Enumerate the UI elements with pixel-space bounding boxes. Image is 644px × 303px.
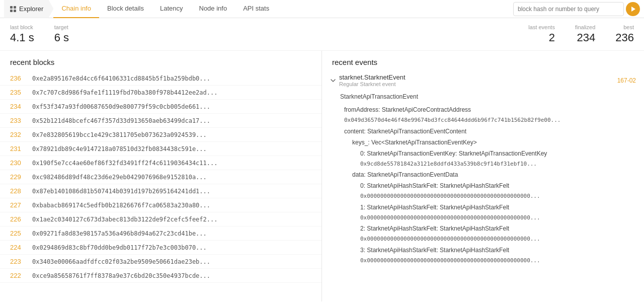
block-row[interactable]: 224 0x0294869d83c8bf70dd0be9db0117f72b7e…	[0, 241, 321, 255]
block-number: 233	[10, 117, 26, 124]
data-1-section: 1: StarknetApiHashStarkFelt: StarknetApi…	[352, 202, 640, 223]
tab-node-info[interactable]: Node info	[191, 0, 235, 18]
block-number: 228	[10, 187, 26, 195]
nav-tabs: Chain info Block details Latency Node in…	[53, 0, 277, 18]
data-2-section: 2: StarknetApiHashStarkFelt: StarknetApi…	[352, 223, 640, 245]
from-address-value: 0x049d36570d4e46f48e99674bd3fcc84644ddd6…	[344, 115, 640, 126]
block-number: 229	[10, 173, 26, 181]
data-0-label: 0: StarknetApiHashStarkFelt: StarknetApi…	[360, 180, 640, 191]
data-1-value: 0x00000000000000000000000000000000000000…	[360, 213, 640, 223]
from-address-label: fromAddress: StarknetApiCoreContractAddr…	[344, 104, 640, 115]
block-hash: 0x87eb1401086d81b507414b0391d197b2695164…	[32, 188, 210, 195]
search-input[interactable]	[513, 2, 624, 16]
target-label: target	[54, 24, 69, 30]
data-2-value: 0x00000000000000000000000000000000000000…	[360, 234, 640, 245]
data-section: data: StarknetApiTransactionEventData 0:…	[336, 169, 640, 266]
block-row[interactable]: 235 0x7c707c8d986f9afe1f1119fbd70ba380f9…	[0, 86, 321, 100]
search-area	[513, 2, 640, 16]
key-0-value: 0x9cd8de55781842a3121e8ddfd433a539b8c9f1…	[360, 159, 640, 170]
block-hash: 0xe2a895167e8d4cc6f64106331cd8845b5f1ba2…	[32, 75, 210, 82]
finalized-label: finalized	[575, 24, 595, 30]
block-hash: 0x09271fa8d83e98157a536a496b8d94a627c23c…	[32, 230, 207, 237]
last-block-value: 4.1 s	[10, 31, 34, 44]
block-number: 222	[10, 272, 26, 279]
recent-events-title: recent events	[322, 58, 644, 71]
block-row[interactable]: 231 0x78921db89c4e9147218a078510d32fb083…	[0, 142, 321, 156]
event-subtitle: Regular Starknet event	[339, 81, 614, 87]
event-header: starknet.StarknetEvent Regular Starknet …	[326, 71, 640, 89]
data-3-value: 0x00000000000000000000000000000000000000…	[360, 256, 640, 266]
block-number: 236	[10, 74, 26, 82]
finalized-stat: finalized 234	[575, 24, 595, 44]
right-panel: recent events starknet.StarknetEvent Reg…	[322, 51, 644, 301]
block-hash: 0x78921db89c4e9147218a078510d32fb0834438…	[32, 145, 207, 153]
block-row[interactable]: 236 0xe2a895167e8d4cc6f64106331cd8845b5f…	[0, 71, 321, 86]
block-row[interactable]: 223 0x3403e00066aadfdfcc02f03a2be9509e50…	[0, 255, 321, 269]
stats-right: last events 2 finalized 234 best 236	[528, 24, 634, 44]
block-number: 232	[10, 131, 26, 138]
block-number: 234	[10, 103, 26, 110]
finalized-value: 234	[577, 31, 596, 44]
block-row[interactable]: 226 0x1ae2c0340127c673d3abec813db3122de9…	[0, 212, 321, 226]
block-row[interactable]: 229 0xc982486d89df48c23d6e29eb0429076968…	[0, 170, 321, 184]
event-name: starknet.StarknetEvent	[339, 73, 614, 81]
keys-label: keys_: Vec<StarknetApiTransactionEventKe…	[352, 137, 640, 148]
tab-chain-info[interactable]: Chain info	[53, 0, 99, 18]
tab-api-stats[interactable]: API stats	[235, 0, 277, 18]
block-row[interactable]: 225 0x09271fa8d83e98157a536a496b8d94a627…	[0, 226, 321, 241]
block-hash: 0x7c707c8d986f9afe1f1119fbd70ba380f978b4…	[32, 89, 217, 96]
block-hash: 0xf53f347a93fd00687650d9e800779f59c0cb00…	[32, 103, 210, 110]
transaction-event-label: StarknetApiTransactionEvent	[340, 91, 636, 102]
from-address-section: fromAddress: StarknetApiCoreContractAddr…	[336, 104, 640, 126]
block-number: 227	[10, 201, 26, 209]
data-0-section: 0: StarknetApiHashStarkFelt: StarknetApi…	[352, 180, 640, 202]
best-stat: best 236	[615, 24, 634, 44]
target-stat: target 6 s	[54, 24, 69, 44]
left-panel: recent blocks 236 0xe2a895167e8d4cc6f641…	[0, 51, 322, 301]
last-events-label: last events	[528, 24, 555, 30]
block-hash: 0xc982486d89df48c23d6e29eb0429076968e915…	[32, 174, 207, 181]
block-row[interactable]: 230 0x190f5e7cc4ae60ef86f32fd3491ff2f4c6…	[0, 156, 321, 170]
block-hash: 0x3403e00066aadfdfcc02f03a2be9509e50661d…	[32, 258, 210, 265]
event-title-info: starknet.StarknetEvent Regular Starknet …	[339, 73, 614, 87]
block-hash: 0x0294869d83c8bf70dd0be9db0117f72b7e3c00…	[32, 244, 207, 251]
key-0-label: 0: StarknetApiTransactionEventKey: Stark…	[360, 148, 640, 159]
block-number: 230	[10, 159, 26, 167]
header: Explorer Chain info Block details Latenc…	[0, 0, 644, 18]
block-row[interactable]: 222 0xce9a85658761f7ff8378a9e37c6bd20c35…	[0, 269, 321, 283]
tab-latency[interactable]: Latency	[152, 0, 191, 18]
explorer-button[interactable]: Explorer	[4, 0, 53, 18]
data-3-label: 3: StarknetApiHashStarkFelt: StarknetApi…	[360, 245, 640, 256]
block-hash: 0x1ae2c0340127c673d3abec813db3122de9f2ce…	[32, 216, 217, 223]
content-section: content: StarknetApiTransactionEventCont…	[336, 126, 640, 137]
transaction-event-section: StarknetApiTransactionEvent	[336, 89, 640, 104]
search-button[interactable]	[626, 2, 640, 16]
block-row[interactable]: 233 0x52b121d48bcefc467f357d33d913650aeb…	[0, 114, 321, 128]
block-row[interactable]: 227 0xbabacb869174c5edfb0b21826676f7ca06…	[0, 198, 321, 212]
best-label: best	[623, 24, 634, 30]
block-row[interactable]: 228 0x87eb1401086d81b507414b0391d197b269…	[0, 184, 321, 198]
content-label: content: StarknetApiTransactionEventCont…	[344, 126, 640, 137]
block-hash: 0xce9a85658761f7ff8378a9e37c6bd20c350e49…	[32, 272, 210, 279]
last-block-stat: last block 4.1 s	[10, 24, 34, 44]
last-events-stat: last events 2	[528, 24, 555, 44]
main-content: recent blocks 236 0xe2a895167e8d4cc6f641…	[0, 51, 644, 301]
play-icon	[631, 7, 635, 12]
event-container: starknet.StarknetEvent Regular Starknet …	[322, 71, 644, 288]
block-number: 223	[10, 258, 26, 265]
best-value: 236	[615, 31, 634, 44]
block-hash: 0x7e832805619bcc1e429c3811705eb073623a09…	[32, 131, 207, 138]
tab-block-details[interactable]: Block details	[99, 0, 152, 18]
explorer-label: Explorer	[19, 5, 43, 13]
chevron-down-icon[interactable]	[330, 78, 336, 84]
block-row[interactable]: 234 0xf53f347a93fd00687650d9e800779f59c0…	[0, 100, 321, 114]
block-row[interactable]: 232 0x7e832805619bcc1e429c3811705eb07362…	[0, 128, 321, 142]
keys-section: keys_: Vec<StarknetApiTransactionEventKe…	[336, 137, 640, 170]
data-2-label: 2: StarknetApiHashStarkFelt: StarknetApi…	[360, 223, 640, 234]
grid-icon	[10, 6, 16, 12]
blocks-list: 236 0xe2a895167e8d4cc6f64106331cd8845b5f…	[0, 71, 321, 283]
event-id: 167-02	[617, 77, 636, 84]
stats-bar: last block 4.1 s target 6 s last events …	[0, 18, 644, 51]
recent-blocks-title: recent blocks	[0, 51, 321, 71]
block-number: 224	[10, 244, 26, 251]
